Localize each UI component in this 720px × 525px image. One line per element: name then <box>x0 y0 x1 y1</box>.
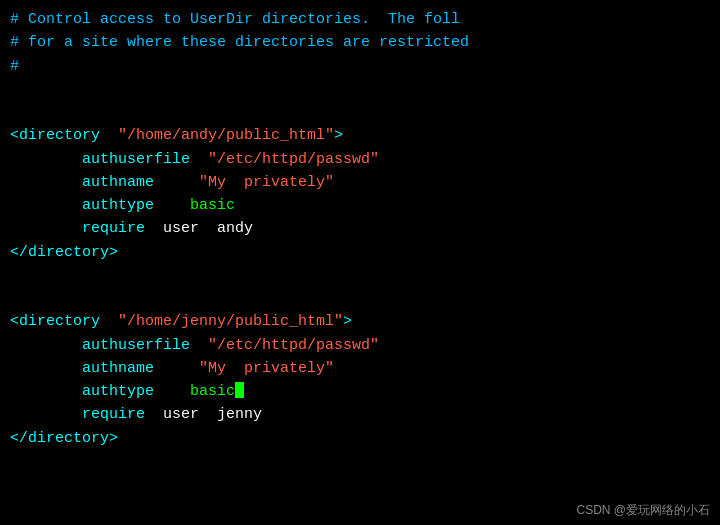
line-18: require user jenny <box>10 403 710 426</box>
watermark-text: CSDN @爱玩网络的小石 <box>576 503 710 517</box>
tag-close-2: > <box>343 313 352 330</box>
line-14: <directory "/home/jenny/public_html"> <box>10 310 710 333</box>
line-4 <box>10 78 710 101</box>
val-authtype-1: basic <box>190 197 235 214</box>
line-19: </directory> <box>10 427 710 450</box>
line-13 <box>10 287 710 310</box>
line-12 <box>10 264 710 287</box>
directive-authname-2: authname <box>82 360 154 377</box>
directive-require-2: require <box>82 406 145 423</box>
directive-authname-1: authname <box>82 174 154 191</box>
line-8: authname "My privately" <box>10 171 710 194</box>
val-authuserfile-2: "/etc/httpd/passwd" <box>208 337 379 354</box>
val-authname-2: "My privately" <box>199 360 334 377</box>
line-11: </directory> <box>10 241 710 264</box>
directive-authtype-1: authtype <box>82 197 154 214</box>
directive-authuserfile-1: authuserfile <box>82 151 190 168</box>
line-15: authuserfile "/etc/httpd/passwd" <box>10 334 710 357</box>
path-2: "/home/jenny/public_html" <box>118 313 343 330</box>
cursor <box>235 382 244 398</box>
line-9: authtype basic <box>10 194 710 217</box>
val-authtype-2: basic <box>190 383 235 400</box>
line-16: authname "My privately" <box>10 357 710 380</box>
tag-open-2: <directory <box>10 313 100 330</box>
terminal: # Control access to UserDir directories.… <box>0 0 720 525</box>
watermark: CSDN @爱玩网络的小石 <box>576 502 710 519</box>
tag-close-1: > <box>334 127 343 144</box>
line-5 <box>10 101 710 124</box>
line-2: # for a site where these directories are… <box>10 31 710 54</box>
line-10: require user andy <box>10 217 710 240</box>
line-7: authuserfile "/etc/httpd/passwd" <box>10 148 710 171</box>
val-require-1: andy <box>217 220 253 237</box>
val-require-2: jenny <box>217 406 262 423</box>
tag-open-1: <directory <box>10 127 100 144</box>
line-3: # <box>10 55 710 78</box>
val-require-sub-1: user <box>163 220 199 237</box>
val-authuserfile-1: "/etc/httpd/passwd" <box>208 151 379 168</box>
line-6: <directory "/home/andy/public_html"> <box>10 124 710 147</box>
path-1: "/home/andy/public_html" <box>118 127 334 144</box>
val-require-sub-2: user <box>163 406 199 423</box>
directive-authuserfile-2: authuserfile <box>82 337 190 354</box>
line-1: # Control access to UserDir directories.… <box>10 8 710 31</box>
directive-authtype-2: authtype <box>82 383 154 400</box>
val-authname-1: "My privately" <box>199 174 334 191</box>
line-17: authtype basic <box>10 380 710 403</box>
directive-require-1: require <box>82 220 145 237</box>
